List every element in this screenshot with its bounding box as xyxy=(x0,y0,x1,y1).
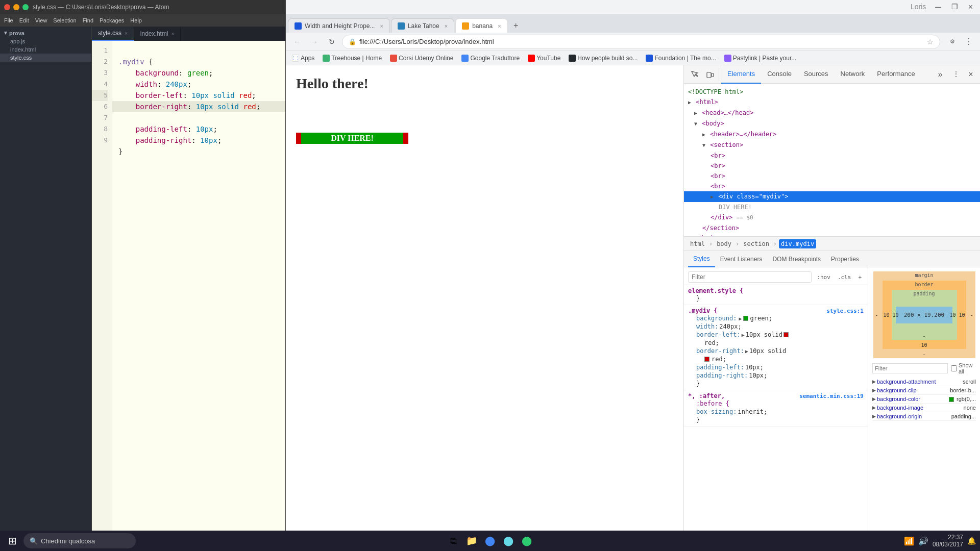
computed-prop-bg-color[interactable]: ▶ background-color rgb(0,... xyxy=(872,395,976,404)
bg-arrow[interactable]: ▶ xyxy=(739,316,742,321)
computed-prop-bg-clip[interactable]: ▶ background-clip border-b... xyxy=(872,386,976,395)
tab-close-style-css[interactable]: × xyxy=(125,31,128,36)
styles-tab-event-listeners[interactable]: Event Listeners xyxy=(715,251,768,267)
bookmark-treehouse[interactable]: Treehouse | Home xyxy=(321,54,384,63)
chrome-tab-lake-tahoe[interactable]: Lake Tahoe × xyxy=(391,18,454,33)
back-button[interactable]: ← xyxy=(290,35,304,49)
tree-div-close[interactable]: </div> == $0 xyxy=(684,212,980,223)
taskbar-terminal-icon[interactable]: ⬤ xyxy=(519,533,535,549)
chrome-user-icon[interactable]: Loris xyxy=(909,3,928,12)
taskbar-file-explorer[interactable]: 📁 xyxy=(463,533,480,549)
breadcrumb-div-mydiv[interactable]: div.mydiv xyxy=(779,239,816,248)
tree-br3[interactable]: <br> xyxy=(684,171,980,181)
hov-filter-btn[interactable]: :hov xyxy=(815,273,832,282)
devtools-tab-network[interactable]: Network xyxy=(835,65,871,84)
computed-prop-bg-origin[interactable]: ▶ background-origin padding... xyxy=(872,412,976,421)
chrome-tab-banana[interactable]: banana × xyxy=(455,18,507,33)
tree-section-close[interactable]: </section> xyxy=(684,223,980,233)
styles-tab-properties[interactable]: Properties xyxy=(826,251,864,267)
devtools-close-btn[interactable]: × xyxy=(964,67,978,82)
tree-html[interactable]: ▶ <html> xyxy=(684,97,980,108)
star-icon[interactable]: ☆ xyxy=(927,38,934,46)
tree-br1[interactable]: <br> xyxy=(684,151,980,161)
tree-header[interactable]: ▶ <header>…</header> xyxy=(684,129,980,140)
styles-left[interactable]: :hov .cls + element.style { xyxy=(684,267,868,551)
sidebar-folder-prova[interactable]: ▾ prova xyxy=(0,29,91,37)
add-style-btn[interactable]: + xyxy=(856,273,864,282)
menu-file[interactable]: File xyxy=(4,17,13,23)
breadcrumb-html[interactable]: html xyxy=(688,239,707,248)
chrome-tab-close-2[interactable]: × xyxy=(445,23,448,29)
taskbar-volume-icon[interactable]: 🔊 xyxy=(918,536,928,546)
menu-view[interactable]: View xyxy=(35,17,47,23)
tree-section-expand[interactable]: ▼ <section> xyxy=(684,140,980,151)
chrome-minimize-btn[interactable]: ─ xyxy=(932,3,944,12)
bookmark-apps[interactable]: ⋮⋮ Apps xyxy=(290,54,316,63)
new-tab-btn[interactable]: + xyxy=(509,18,523,33)
devtools-settings-btn[interactable]: ⋮ xyxy=(949,67,963,81)
devtools-tab-sources[interactable]: Sources xyxy=(798,65,835,84)
taskbar-chrome-icon[interactable]: ⬤ xyxy=(482,533,498,549)
chrome-menu-btn[interactable]: ⋮ xyxy=(962,35,976,49)
editor-tab-index-html[interactable]: index.html × xyxy=(134,27,181,41)
styles-filter-input[interactable] xyxy=(688,271,812,283)
taskbar-search[interactable]: 🔍 Chiedimi qualcosa xyxy=(23,533,136,548)
inspect-element-btn[interactable] xyxy=(688,68,701,81)
computed-filter-input[interactable] xyxy=(872,363,948,373)
devtools-more-btn[interactable]: » xyxy=(933,67,947,82)
styles-tab-dom-breakpoints[interactable]: DOM Breakpoints xyxy=(767,251,826,267)
bookmark-pastylink[interactable]: Pastylink | Paste your... xyxy=(722,54,799,63)
tree-head[interactable]: ▶ <head>…</head> xyxy=(684,108,980,118)
taskbar-task-view[interactable]: ⧉ xyxy=(445,533,461,549)
start-button[interactable]: ⊞ xyxy=(4,533,20,549)
taskbar-atom-icon[interactable]: ⬤ xyxy=(500,533,517,549)
menu-packages[interactable]: Packages xyxy=(100,17,124,23)
tree-doctype[interactable]: <!DOCTYPE html> xyxy=(684,87,980,97)
sidebar-item-style-css[interactable]: style.css xyxy=(0,54,91,62)
forward-button[interactable]: → xyxy=(307,35,322,49)
tab-close-index-html[interactable]: × xyxy=(172,31,175,37)
menu-selection[interactable]: Selection xyxy=(53,17,76,23)
devtools-tab-elements[interactable]: Elements xyxy=(721,65,761,84)
chrome-restore-btn[interactable]: ❐ xyxy=(948,3,961,12)
devtools-tab-performance[interactable]: Performance xyxy=(871,65,921,84)
bookmark-foundation[interactable]: Foundation | The mo... xyxy=(644,54,718,63)
computed-prop-bg-attachment[interactable]: ▶ background-attachment scroll xyxy=(872,378,976,386)
menu-help[interactable]: Help xyxy=(130,17,142,23)
tree-body-close[interactable]: </body> xyxy=(684,233,980,237)
chrome-tab-close-1[interactable]: × xyxy=(380,23,383,29)
address-bar[interactable]: 🔒 file:///C:/Users/Loris/Desktop/prova/i… xyxy=(342,35,940,49)
tree-div-mydiv[interactable]: ▶ <div class="mydiv"> xyxy=(684,191,980,202)
bookmark-google-translate[interactable]: Google Traduttore xyxy=(459,54,522,63)
menu-edit[interactable]: Edit xyxy=(19,17,29,23)
devtools-tab-console[interactable]: Console xyxy=(761,65,798,84)
chrome-close-btn[interactable]: × xyxy=(965,3,976,12)
atom-minimize-btn[interactable] xyxy=(13,4,19,10)
elements-tree[interactable]: <!DOCTYPE html> ▶ <html> ▶ <head>…</head… xyxy=(684,84,980,237)
reload-button[interactable]: ↻ xyxy=(325,35,339,49)
tree-br2[interactable]: <br> xyxy=(684,161,980,171)
chrome-tab-width-height[interactable]: Width and Height Prope... × xyxy=(288,18,390,33)
css-source-mydiv[interactable]: style.css:1 xyxy=(826,308,864,314)
atom-close-btn[interactable] xyxy=(4,4,10,10)
border-right-arrow[interactable]: ▶ xyxy=(745,348,748,354)
bookmark-how-people[interactable]: How people build so... xyxy=(567,54,640,63)
atom-maximize-btn[interactable] xyxy=(22,4,29,10)
bookmark-corsi[interactable]: Corsi Udemy Online xyxy=(388,54,455,63)
computed-prop-bg-image[interactable]: ▶ background-image none xyxy=(872,404,976,412)
extensions-btn[interactable]: ⚙ xyxy=(945,35,960,49)
code-area[interactable]: .mydiv { background: green; width: 240px… xyxy=(112,41,285,540)
device-toolbar-btn[interactable] xyxy=(703,68,717,81)
editor-content[interactable]: 1234 5 6789 .mydiv { background: green; … xyxy=(92,41,285,540)
taskbar-network-icon[interactable]: 📶 xyxy=(904,536,914,546)
cls-filter-btn[interactable]: .cls xyxy=(836,273,853,282)
editor-tab-style-css[interactable]: style.css × xyxy=(92,27,134,41)
css-source-semantic[interactable]: semantic.min.css:19 xyxy=(799,393,864,399)
bookmark-youtube[interactable]: YouTube xyxy=(526,54,562,63)
show-all-checkbox[interactable] xyxy=(951,365,957,371)
taskbar-notification-icon[interactable]: 🔔 xyxy=(967,537,976,545)
tree-br4[interactable]: <br> xyxy=(684,181,980,191)
sidebar-item-index-html[interactable]: index.html xyxy=(0,45,91,54)
menu-find[interactable]: Find xyxy=(83,17,93,23)
breadcrumb-section[interactable]: section xyxy=(741,239,771,248)
